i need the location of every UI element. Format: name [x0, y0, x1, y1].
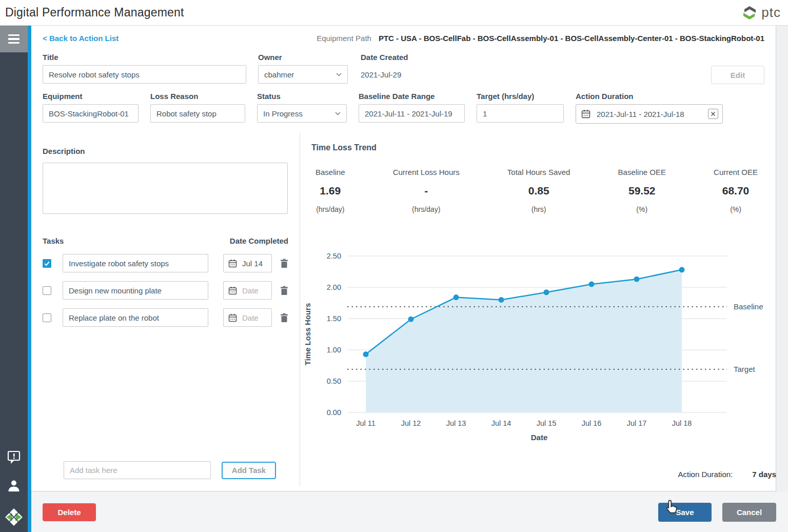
user-icon[interactable]	[7, 479, 21, 493]
action-detail-panel: < Back to Action List Equipment PathPTC …	[31, 26, 776, 491]
svg-text:Date: Date	[531, 433, 548, 442]
calendar-icon	[581, 109, 590, 119]
svg-text:1.00: 1.00	[327, 346, 341, 354]
title-input[interactable]	[43, 65, 246, 84]
trash-icon	[280, 286, 288, 295]
svg-text:2.00: 2.00	[327, 283, 341, 291]
task-text-input[interactable]	[63, 281, 208, 300]
svg-text:0.50: 0.50	[327, 377, 341, 385]
task-text-input[interactable]	[63, 308, 208, 327]
description-textarea[interactable]	[43, 163, 288, 214]
task-row: Date	[43, 281, 288, 300]
calendar-icon	[228, 259, 237, 268]
owner-label: Owner	[258, 53, 348, 62]
chevron-down-icon	[335, 112, 341, 115]
svg-text:Jul 17: Jul 17	[627, 419, 647, 427]
sidebar	[0, 26, 28, 532]
stat-total-hours-saved: Total Hours Saved 0.85 (hrs)	[507, 168, 570, 213]
task-checkbox[interactable]	[43, 286, 51, 295]
equipment-input[interactable]	[43, 104, 139, 123]
equipment-path: Equipment PathPTC - USA - BOS-CellFab - …	[317, 34, 764, 43]
date-created-label: Date Created	[361, 53, 432, 62]
trend-title: Time Loss Trend	[311, 143, 778, 152]
svg-text:2.50: 2.50	[327, 252, 341, 260]
action-duration-label: Action Duration	[576, 92, 723, 101]
task-date-value: Jul 14	[242, 259, 263, 268]
owner-select[interactable]: cbahmer	[258, 65, 348, 84]
loss-reason-input[interactable]	[150, 104, 245, 123]
stat-current-loss-hours: Current Loss Hours - (hrs/day)	[393, 168, 460, 213]
task-checkbox[interactable]	[43, 313, 51, 322]
calendar-icon	[228, 313, 237, 322]
equipment-path-label: Equipment Path	[317, 34, 371, 43]
page-title: Digital Performance Management	[5, 6, 184, 19]
title-label: Title	[43, 53, 246, 62]
svg-text:Jul 16: Jul 16	[582, 419, 602, 427]
date-completed-label: Date Completed	[230, 237, 288, 245]
task-text-input[interactable]	[63, 254, 208, 272]
check-icon	[44, 260, 50, 267]
equipment-path-value: PTC - USA - BOS-CellFab - BOS-CellAssemb…	[379, 34, 764, 43]
clear-duration-button[interactable]	[708, 109, 718, 119]
trash-icon	[280, 313, 288, 323]
task-checkbox[interactable]	[43, 259, 51, 268]
task-row: Date	[43, 308, 288, 327]
delete-button[interactable]: Delete	[43, 503, 96, 521]
thingworx-diamond-logo[interactable]	[4, 507, 24, 527]
time-loss-trend-chart: 0.000.501.001.502.002.50BaselineTargetJu…	[301, 223, 778, 451]
svg-text:0.00: 0.00	[327, 408, 341, 417]
calendar-icon	[228, 286, 237, 295]
stat-current-oee: Current OEE 68.70 (%)	[714, 168, 758, 213]
target-label: Target (hrs/day)	[477, 92, 564, 101]
edit-button[interactable]: Edit	[711, 66, 764, 84]
add-task-input[interactable]	[64, 461, 211, 479]
add-task-button[interactable]: Add Task	[222, 462, 276, 479]
menu-icon	[8, 34, 19, 44]
delete-task-button[interactable]	[280, 259, 288, 268]
delete-task-button[interactable]	[280, 313, 288, 323]
svg-text:Jul 18: Jul 18	[672, 419, 692, 427]
target-input[interactable]	[477, 104, 564, 123]
loss-reason-label: Loss Reason	[150, 92, 245, 101]
task-row: Jul 14	[43, 254, 288, 272]
svg-text:Target: Target	[734, 365, 756, 373]
status-label: Status	[257, 92, 347, 101]
app-header: Digital Performance Management ptc	[0, 0, 788, 26]
task-date-placeholder: Date	[242, 313, 259, 322]
feedback-icon[interactable]	[7, 450, 21, 464]
action-duration-value: 2021-Jul-11 - 2021-Jul-18	[597, 110, 701, 119]
status-select[interactable]: In Progress	[257, 104, 347, 123]
ptc-logo-icon	[741, 5, 758, 21]
svg-text:Jul 12: Jul 12	[401, 419, 421, 427]
svg-text:Jul 11: Jul 11	[356, 419, 376, 427]
brand-text: ptc	[761, 5, 781, 21]
close-icon	[711, 111, 716, 116]
task-date-picker[interactable]: Date	[223, 281, 272, 300]
stat-baseline: Baseline 1.69 (hrs/day)	[316, 168, 345, 213]
svg-text:1.50: 1.50	[327, 314, 341, 323]
delete-task-button[interactable]	[280, 286, 288, 295]
action-duration-summary: Action Duration:7 days	[678, 470, 776, 479]
svg-text:Jul 15: Jul 15	[537, 419, 557, 427]
action-duration-picker[interactable]: 2021-Jul-11 - 2021-Jul-18	[576, 104, 723, 124]
accent-stripe	[28, 26, 31, 532]
svg-text:Jul 14: Jul 14	[491, 419, 511, 427]
task-date-picker[interactable]: Jul 14	[223, 254, 272, 272]
svg-text:Jul 13: Jul 13	[446, 419, 466, 427]
task-date-placeholder: Date	[242, 286, 259, 295]
cancel-button[interactable]: Cancel	[722, 503, 776, 522]
equipment-label: Equipment	[43, 92, 139, 101]
baseline-date-range-input[interactable]	[359, 104, 465, 123]
save-button[interactable]: Save	[658, 503, 712, 522]
brand: ptc	[741, 5, 781, 21]
back-to-action-list-link[interactable]: < Back to Action List	[43, 34, 119, 43]
stat-baseline-oee: Baseline OEE 59.52 (%)	[618, 168, 666, 213]
task-date-picker[interactable]: Date	[223, 308, 272, 327]
page-footer: Delete Save Cancel	[31, 492, 788, 532]
hamburger-menu-button[interactable]	[0, 26, 28, 52]
description-label: Description	[43, 147, 288, 155]
tasks-label: Tasks	[43, 237, 64, 245]
svg-text:Baseline: Baseline	[734, 302, 763, 311]
owner-value: cbahmer	[264, 70, 294, 79]
svg-text:Time Loss Hours: Time Loss Hours	[303, 303, 312, 365]
